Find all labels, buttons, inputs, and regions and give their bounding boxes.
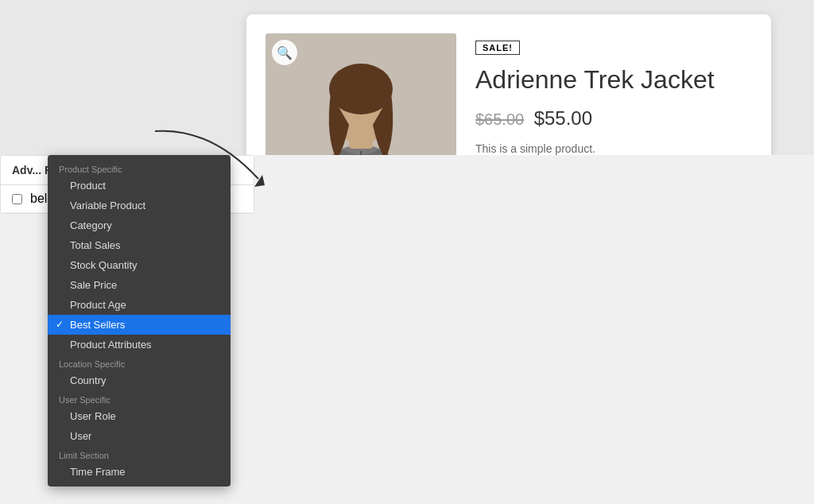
dropdown-item-product[interactable]: Product bbox=[48, 176, 231, 196]
dropdown-item-country[interactable]: Country bbox=[48, 370, 231, 390]
admin-checkbox[interactable] bbox=[12, 194, 22, 204]
zoom-button[interactable]: 🔍 bbox=[272, 40, 297, 65]
dropdown-section-user: User Specific bbox=[48, 390, 231, 406]
dropdown-item-time-frame[interactable]: Time Frame bbox=[48, 462, 231, 482]
dropdown-section-limit: Limit Section bbox=[48, 446, 231, 462]
dropdown-item-user-role[interactable]: User Role bbox=[48, 406, 231, 426]
dropdown-item-total-sales[interactable]: Total Sales bbox=[48, 235, 231, 255]
zoom-icon: 🔍 bbox=[277, 45, 293, 60]
product-description: This is a simple product. bbox=[475, 142, 752, 155]
dropdown-item-sale-price[interactable]: Sale Price bbox=[48, 275, 231, 295]
price-old: $65.00 bbox=[475, 110, 524, 128]
dropdown-item-variable[interactable]: Variable Product bbox=[48, 196, 231, 215]
price-new: $55.00 bbox=[534, 107, 592, 129]
dropdown-section-location: Location Specific bbox=[48, 355, 231, 370]
dropdown-item-product-attrs[interactable]: Product Attributes bbox=[48, 335, 231, 355]
product-title: Adrienne Trek Jacket bbox=[475, 64, 752, 95]
dropdown-section-product: Product Specific bbox=[48, 160, 231, 176]
sale-badge: SALE! bbox=[475, 41, 520, 55]
price-wrap: $65.00 $55.00 bbox=[475, 107, 752, 130]
dropdown-item-best-sellers[interactable]: Best Sellers bbox=[48, 315, 231, 335]
dropdown-menu[interactable]: Product Specific Product Variable Produc… bbox=[48, 155, 231, 487]
dropdown-item-category[interactable]: Category bbox=[48, 215, 231, 235]
dropdown-item-stock-qty[interactable]: Stock Quantity bbox=[48, 255, 231, 275]
dropdown-item-user[interactable]: User bbox=[48, 426, 231, 446]
dropdown-item-product-age[interactable]: Product Age bbox=[48, 295, 231, 315]
